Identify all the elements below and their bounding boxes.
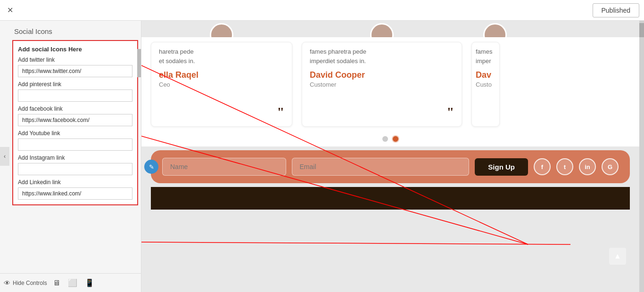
twitter-input[interactable] [18,65,132,77]
testimonial-card-3: famesimper Dav Custo [471,42,500,127]
instagram-label: Add Instagram link [18,154,132,161]
dot-1[interactable] [382,136,388,142]
scroll-up-button[interactable]: ▲ [609,248,626,265]
desktop-device-button[interactable]: 🖥 [51,278,62,288]
tablet-device-button[interactable]: ⬜ [66,277,79,288]
footer-bar [151,187,630,210]
right-scrollbar[interactable] [639,21,644,292]
testimonial-name-3: Dav [476,70,495,80]
youtube-input[interactable] [18,138,132,151]
avatar-wrapper-2 [302,35,462,37]
published-button[interactable]: Published [593,3,640,17]
facebook-social-button[interactable]: f [534,158,551,175]
left-sidebar: ‹ Social Icons Add social Icons Here Add… [0,21,141,292]
testimonial-role-1: Ceo [159,81,284,88]
avatar-row [141,21,639,37]
scrollbar-thumb [639,23,644,37]
testimonial-text-3: famesimper [476,47,495,65]
testimonial-role-2: Customer [310,81,454,88]
eye-icon: 👁 [4,279,10,287]
quote-icon-2: " [446,105,454,119]
twitter-social-button[interactable]: t [556,158,573,175]
facebook-input[interactable] [18,114,132,126]
slider-dots [141,131,639,146]
testimonial-role-3: Custo [476,81,495,88]
avatar-1 [210,23,233,37]
facebook-label: Add facebook link [18,105,132,112]
hide-controls-button[interactable]: 👁 Hide Controls [4,279,47,287]
panel-heading: Add social Icons Here [18,46,132,53]
dot-2-active[interactable] [393,136,398,142]
linkedin-label: Add Linkedin link [18,179,132,186]
top-bar: ✕ Published [0,0,644,21]
testimonial-name-1: ella Raqel [159,70,284,80]
avatar-3 [483,23,507,37]
linkedin-input[interactable] [18,187,132,200]
social-icons-panel: Add social Icons Here Add twitter link A… [12,40,138,205]
close-button[interactable]: ✕ [5,5,15,16]
linkedin-social-button[interactable]: in [579,158,596,175]
youtube-label: Add Youtube link [18,130,132,137]
sidebar-bottom-bar: 👁 Hide Controls 🖥 ⬜ 📱 [0,273,141,292]
testimonial-card-1: haretra pedeet sodales in. ella Raqel Ce… [151,42,292,127]
avatar-2 [370,23,394,37]
name-input[interactable] [162,158,286,176]
testimonial-text-2: fames pharetra pedeimperdiet sodales in. [310,47,454,65]
avatar-wrapper-1 [151,35,292,37]
pinterest-label: Add pinterest link [18,81,132,88]
hide-controls-label: Hide Controls [13,280,47,286]
content-area: haretra pedeet sodales in. ella Raqel Ce… [141,21,639,292]
twitter-label: Add twitter link [18,57,132,63]
testimonial-card-2: fames pharetra pedeimperdiet sodales in.… [302,42,462,127]
testimonial-text-1: haretra pedeet sodales in. [159,47,284,65]
testimonial-name-2: David Cooper [310,70,454,80]
quote-icon-1: " [277,105,284,119]
edit-pencil-button[interactable]: ✎ [144,160,158,174]
sidebar-inner: Social Icons Add social Icons Here Add t… [9,21,141,273]
instagram-input[interactable] [18,163,132,175]
avatar-wrapper-3 [471,35,519,37]
signup-section: ✎ Sign Up f t in G [151,150,630,183]
main-layout: ‹ Social Icons Add social Icons Here Add… [0,21,644,292]
pinterest-input[interactable] [18,89,132,102]
email-input[interactable] [292,158,470,176]
testimonials-row: haretra pedeet sodales in. ella Raqel Ce… [141,37,639,131]
mobile-device-button[interactable]: 📱 [83,277,96,288]
sidebar-collapse-button[interactable]: ‹ [0,147,9,166]
google-social-button[interactable]: G [602,158,619,175]
signup-button[interactable]: Sign Up [475,158,528,176]
sidebar-title: Social Icons [9,21,141,40]
svg-line-2 [141,242,570,244]
